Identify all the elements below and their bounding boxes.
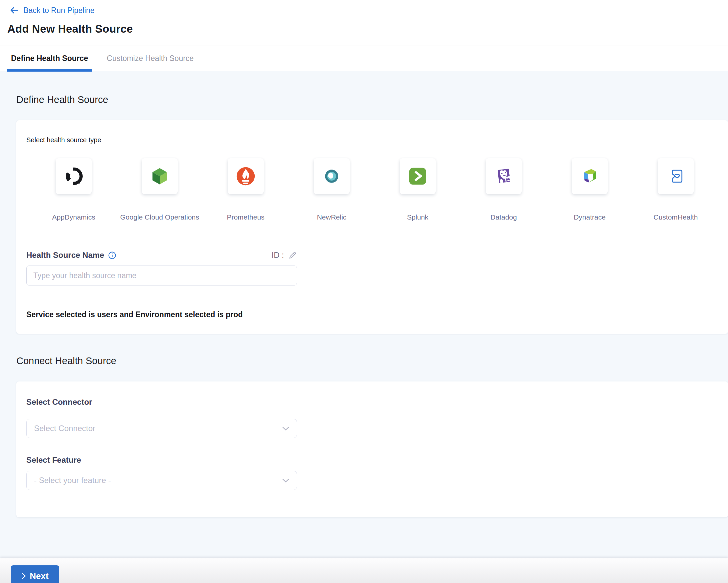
splunk-icon	[408, 166, 428, 186]
select-feature-label: Select Feature	[26, 455, 718, 465]
tab-bar: Define Health Source Customize Health So…	[0, 46, 728, 71]
feature-select-placeholder: - Select your feature -	[34, 476, 111, 485]
next-button[interactable]: Next	[11, 565, 59, 583]
info-icon[interactable]	[108, 251, 116, 259]
next-button-label: Next	[30, 571, 48, 581]
health-source-name-label: Health Source Name	[26, 251, 104, 260]
main-content: Define Health Source Select health sourc…	[0, 71, 728, 558]
source-type-dynatrace[interactable]: Dynatrace	[572, 158, 608, 222]
source-type-appdynamics[interactable]: AppDynamics	[56, 158, 92, 222]
google-cloud-operations-icon	[150, 166, 170, 186]
select-type-label: Select health source type	[26, 136, 718, 144]
edit-pencil-icon[interactable]	[288, 251, 297, 260]
page-title: Add New Health Source	[7, 23, 728, 35]
connector-select[interactable]: Select Connector	[26, 419, 297, 438]
source-type-newrelic[interactable]: NewRelic	[314, 158, 350, 222]
appdynamics-icon	[64, 166, 84, 186]
chevron-down-icon	[282, 426, 289, 431]
name-field-header: Health Source Name ID :	[26, 250, 297, 260]
chevron-down-icon	[282, 478, 289, 483]
feature-select[interactable]: - Select your feature -	[26, 471, 297, 490]
dynatrace-icon	[580, 166, 600, 186]
id-label: ID :	[272, 251, 284, 260]
datadog-icon	[494, 166, 514, 186]
source-type-datadog[interactable]: Datadog	[486, 158, 522, 222]
select-connector-label: Select Connector	[26, 397, 718, 407]
add-health-source-page: Back to Run Pipeline Add New Health Sour…	[0, 0, 728, 583]
connect-health-source-card: Select Connector Select Connector Select…	[16, 382, 728, 517]
id-display: ID :	[272, 251, 297, 260]
define-health-source-card: Select health source type AppDynamics	[16, 120, 728, 334]
health-source-type-grid: AppDynamics Google Cloud Operations	[56, 158, 718, 222]
tab-customize-health-source[interactable]: Customize Health Source	[103, 46, 197, 71]
source-type-google-cloud-operations[interactable]: Google Cloud Operations	[142, 158, 178, 222]
back-navigation: Back to Run Pipeline	[9, 5, 728, 15]
back-arrow-icon[interactable]	[9, 6, 19, 15]
tab-define-health-source[interactable]: Define Health Source	[7, 46, 92, 71]
define-section-heading: Define Health Source	[16, 71, 728, 105]
newrelic-icon	[322, 166, 342, 186]
source-type-prometheus[interactable]: Prometheus	[228, 158, 264, 222]
back-link[interactable]: Back to Run Pipeline	[23, 6, 95, 15]
chevron-right-icon	[21, 573, 26, 579]
prometheus-icon	[236, 166, 256, 186]
connect-section-heading: Connect Health Source	[16, 356, 728, 366]
source-type-splunk[interactable]: Splunk	[400, 158, 436, 222]
connector-select-placeholder: Select Connector	[34, 424, 95, 433]
customhealth-icon	[666, 166, 686, 186]
selection-note: Service selected is users and Environmen…	[26, 310, 718, 319]
page-header: Back to Run Pipeline Add New Health Sour…	[0, 0, 728, 46]
source-type-customhealth[interactable]: CustomHealth	[658, 158, 694, 222]
footer-bar: Next	[0, 558, 728, 583]
health-source-name-input[interactable]	[26, 266, 297, 285]
